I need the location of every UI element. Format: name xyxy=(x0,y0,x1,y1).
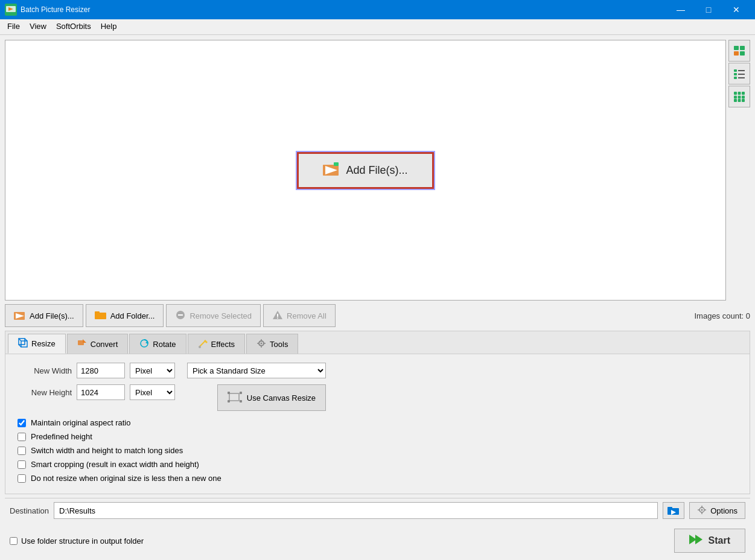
tools-tab-icon xyxy=(256,339,266,350)
svg-rect-35 xyxy=(21,341,27,347)
resize-options: Maintain original aspect ratio Predefine… xyxy=(18,416,737,485)
tab-effects-label: Effects xyxy=(211,340,235,349)
predefined-height-label: Predefined height xyxy=(31,432,92,441)
menu-softorbits[interactable]: SoftOrbits xyxy=(51,21,96,33)
switch-wh-label: Switch width and height to match long si… xyxy=(31,446,183,455)
menu-file[interactable]: File xyxy=(2,21,25,33)
list-view-button[interactable] xyxy=(728,63,750,84)
svg-rect-18 xyxy=(742,92,745,95)
destination-input[interactable] xyxy=(54,502,658,519)
menubar: File View SoftOrbits Help xyxy=(0,19,755,35)
svg-rect-20 xyxy=(738,96,741,99)
destination-label: Destination xyxy=(10,506,49,515)
standard-size-select[interactable]: Pick a Standard Size xyxy=(187,363,326,378)
file-list-panel: Add File(s)... xyxy=(5,40,726,301)
bottom-row: Use folder structure in output folder St… xyxy=(5,526,750,555)
rotate-tab-icon xyxy=(139,339,149,350)
minimize-button[interactable]: — xyxy=(667,0,695,19)
canvas-resize-icon xyxy=(228,390,242,406)
grid-view-button[interactable] xyxy=(728,86,750,107)
folder-icon xyxy=(95,310,107,322)
remove-all-button[interactable]: Remove All xyxy=(263,304,336,327)
add-folder-label: Add Folder... xyxy=(110,311,155,320)
window-controls: — □ ✕ xyxy=(667,0,750,19)
width-unit-select[interactable]: Pixel Percent Inch Cm xyxy=(130,363,175,378)
svg-rect-56 xyxy=(228,400,230,402)
add-folder-button[interactable]: Add Folder... xyxy=(86,304,164,327)
tab-rotate[interactable]: Rotate xyxy=(129,334,186,354)
no-resize-small-row[interactable]: Do not resize when original size is less… xyxy=(18,474,737,483)
start-label: Start xyxy=(709,535,730,546)
width-row: New Width Pixel Percent Inch Cm xyxy=(18,363,175,378)
add-files-toolbar-icon xyxy=(14,310,26,322)
smart-crop-row[interactable]: Smart cropping (result in exact width an… xyxy=(18,460,737,469)
folder-structure-checkbox[interactable] xyxy=(10,537,18,545)
options-button[interactable]: Options xyxy=(689,502,745,519)
main-container: Add File(s)... xyxy=(0,35,755,560)
add-files-center-label: Add File(s)... xyxy=(346,164,407,177)
remove-selected-button[interactable]: Remove Selected xyxy=(166,304,261,327)
add-files-center-button[interactable]: Add File(s)... xyxy=(297,152,433,189)
images-count: Images count: 0 xyxy=(694,311,750,320)
no-resize-small-checkbox[interactable] xyxy=(18,474,26,483)
tab-convert-label: Convert xyxy=(91,340,118,349)
svg-rect-53 xyxy=(230,394,238,400)
switch-wh-checkbox[interactable] xyxy=(18,447,26,455)
titlebar: Batch Picture Resizer — □ ✕ xyxy=(0,0,755,19)
svg-rect-5 xyxy=(334,162,339,166)
new-height-label: New Height xyxy=(18,388,72,397)
resize-tab-content: New Width Pixel Percent Inch Cm New Heig… xyxy=(5,354,750,494)
svg-rect-22 xyxy=(734,99,737,102)
maintain-aspect-row[interactable]: Maintain original aspect ratio xyxy=(18,418,737,427)
close-button[interactable]: ✕ xyxy=(722,0,750,19)
tab-rotate-label: Rotate xyxy=(153,340,176,349)
menu-help[interactable]: Help xyxy=(96,21,122,33)
svg-rect-55 xyxy=(240,392,242,394)
app-title: Batch Picture Resizer xyxy=(21,5,667,14)
height-row: New Height Pixel Percent Inch Cm xyxy=(18,384,175,400)
folder-structure-label: Use folder structure in output folder xyxy=(21,536,144,546)
tab-effects[interactable]: Effects xyxy=(188,334,246,354)
tab-tools-label: Tools xyxy=(270,340,288,349)
menu-view[interactable]: View xyxy=(25,21,51,33)
smart-crop-label: Smart cropping (result in exact width an… xyxy=(31,460,199,469)
svg-rect-14 xyxy=(734,77,737,79)
svg-rect-8 xyxy=(734,51,739,56)
height-unit-select[interactable]: Pixel Percent Inch Cm xyxy=(130,384,175,400)
add-files-icon xyxy=(323,162,340,179)
svg-rect-6 xyxy=(734,46,739,50)
tabs-row: Resize Convert xyxy=(5,331,750,354)
svg-marker-40 xyxy=(83,339,86,343)
start-icon xyxy=(689,533,704,548)
smart-crop-checkbox[interactable] xyxy=(18,460,26,469)
tab-convert[interactable]: Convert xyxy=(67,334,129,354)
new-width-label: New Width xyxy=(18,366,72,375)
destination-row: Destination Options xyxy=(5,498,750,523)
resize-right: Pick a Standard Size xyxy=(187,363,326,411)
predefined-height-checkbox[interactable] xyxy=(18,433,26,441)
svg-rect-19 xyxy=(734,96,737,99)
height-input[interactable] xyxy=(77,384,125,400)
start-button[interactable]: Start xyxy=(674,529,745,553)
svg-rect-17 xyxy=(738,92,741,95)
svg-point-33 xyxy=(277,317,278,319)
canvas-resize-button[interactable]: Use Canvas Resize xyxy=(217,384,326,411)
width-input[interactable] xyxy=(77,363,125,378)
remove-all-icon xyxy=(272,310,283,322)
tab-tools[interactable]: Tools xyxy=(246,334,298,354)
add-files-button[interactable]: Add File(s)... xyxy=(5,304,83,327)
remove-selected-icon xyxy=(175,310,186,322)
tab-resize[interactable]: Resize xyxy=(8,334,66,354)
add-files-label: Add File(s)... xyxy=(30,311,74,320)
svg-rect-15 xyxy=(738,77,745,78)
switch-wh-row[interactable]: Switch width and height to match long si… xyxy=(18,446,737,455)
predefined-height-row[interactable]: Predefined height xyxy=(18,432,737,441)
destination-browse-button[interactable] xyxy=(663,502,684,519)
images-count-label: Images count: xyxy=(694,311,744,320)
maximize-button[interactable]: □ xyxy=(695,0,722,19)
svg-rect-21 xyxy=(742,96,745,99)
maintain-aspect-checkbox[interactable] xyxy=(18,419,26,427)
svg-rect-9 xyxy=(740,51,745,56)
folder-structure-row[interactable]: Use folder structure in output folder xyxy=(10,536,144,546)
thumbnail-view-button[interactable] xyxy=(728,40,750,62)
